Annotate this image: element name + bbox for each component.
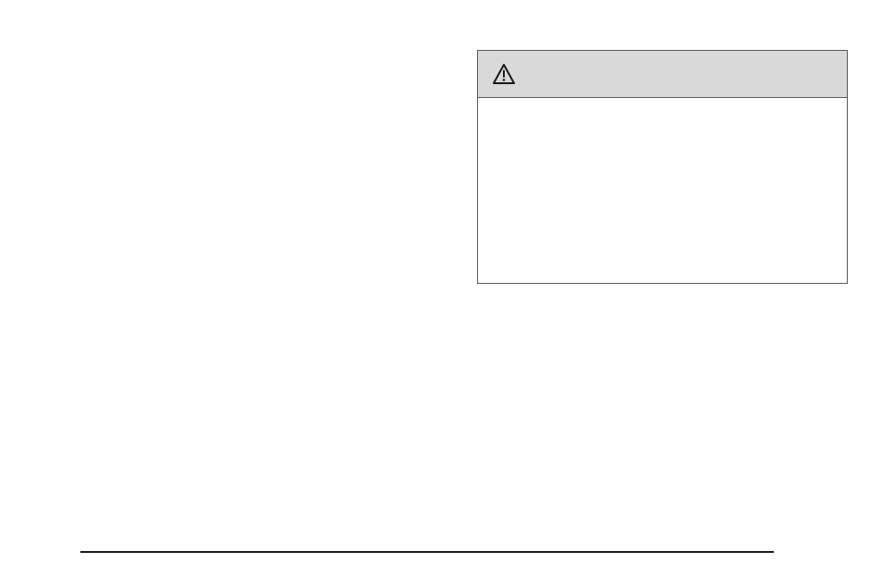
footer-rule <box>80 551 774 553</box>
warning-header <box>478 51 847 98</box>
warning-triangle-icon <box>493 64 515 84</box>
warning-box <box>477 50 848 284</box>
svg-point-2 <box>503 79 506 81</box>
warning-body-text <box>478 98 847 283</box>
